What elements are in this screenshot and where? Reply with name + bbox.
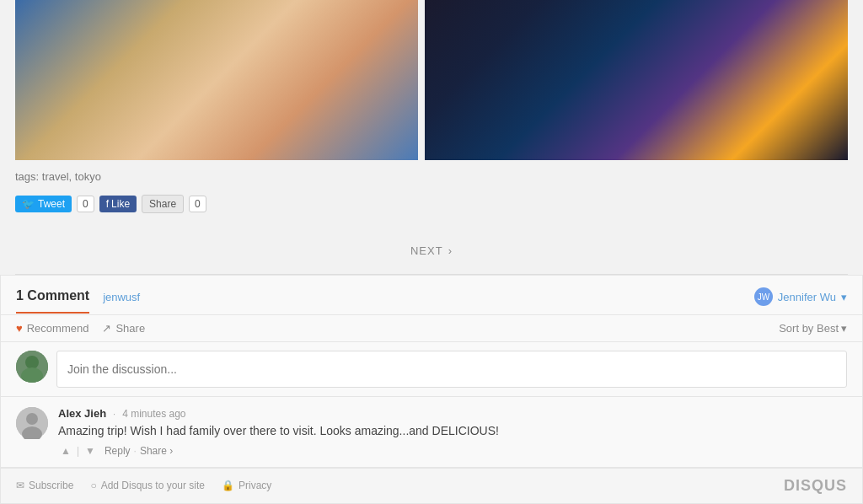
comments-section: 1 Comment jenwusf JW Jennifer Wu ▾ ♥ Rec… xyxy=(0,275,863,504)
subscribe-label: Subscribe xyxy=(29,480,73,491)
svg-point-1 xyxy=(25,356,39,369)
facebook-like-button[interactable]: f Like xyxy=(99,196,137,212)
next-link[interactable]: NEXT › xyxy=(410,244,453,257)
privacy-item[interactable]: 🔒 Privacy xyxy=(222,480,271,491)
add-disqus-item[interactable]: ○ Add Disqus to your site xyxy=(90,480,205,491)
tweet-count: 0 xyxy=(77,196,94,212)
social-buttons: 🐦 Tweet 0 f Like Share 0 xyxy=(0,190,863,227)
disqus-bubble-icon: ○ xyxy=(90,480,96,491)
share-count: 0 xyxy=(189,196,206,212)
recommend-label: Recommend xyxy=(27,322,89,335)
disqus-logo: DISQUS xyxy=(784,477,847,495)
tweet-bird-icon: 🐦 xyxy=(22,198,35,210)
share-arrow-icon: ↗ xyxy=(102,322,111,335)
chevron-right-icon: › xyxy=(448,244,453,257)
comments-count: 1 Comment xyxy=(16,288,89,314)
action-separator-3: · xyxy=(134,445,137,457)
user-avatar-small: JW xyxy=(754,287,773,306)
comment-author: Alex Jieh xyxy=(58,407,106,420)
comment-separator: · xyxy=(113,409,115,419)
sushi-image xyxy=(15,0,418,160)
comment-actions: ▲ | ▼ Reply · Share › xyxy=(58,445,847,457)
comment-text: Amazing trip! Wish I had family over the… xyxy=(58,423,847,440)
comment-text-input[interactable] xyxy=(67,362,836,376)
user-name: Jennifer Wu xyxy=(778,291,836,303)
comment-author-line: Alex Jieh · 4 minutes ago xyxy=(58,407,847,420)
like-label: Like xyxy=(111,198,130,210)
add-disqus-label: Add Disqus to your site xyxy=(101,480,205,491)
recommend-button[interactable]: ♥ Recommend xyxy=(16,322,88,335)
heart-icon: ♥ xyxy=(16,322,23,335)
street-lights-image xyxy=(425,0,848,160)
reply-button[interactable]: Reply xyxy=(105,445,131,457)
tags-label: tags: xyxy=(15,170,39,183)
tab-jenwusf[interactable]: jenwusf xyxy=(103,291,140,312)
next-navigation: NEXT › xyxy=(0,227,863,274)
share-toolbar-button[interactable]: ↗ Share xyxy=(102,322,145,335)
disqus-footer: ✉ Subscribe ○ Add Disqus to your site 🔒 … xyxy=(1,468,862,503)
action-separator-1: | xyxy=(77,445,79,457)
fb-icon: f xyxy=(106,198,109,210)
user-dropdown-icon: ▾ xyxy=(841,291,847,303)
user-info[interactable]: JW Jennifer Wu ▾ xyxy=(754,287,847,314)
vote-up-button[interactable]: ▲ xyxy=(58,445,73,457)
envelope-icon: ✉ xyxy=(16,480,24,491)
sort-button[interactable]: Sort by Best ▾ xyxy=(779,322,847,335)
vote-down-button[interactable]: ▼ xyxy=(83,445,98,457)
commenter-avatar xyxy=(16,351,48,383)
comment-input-placeholder[interactable] xyxy=(56,351,847,388)
tags-section: tags: travel, tokyo xyxy=(0,160,863,190)
lock-icon: 🔒 xyxy=(222,480,234,491)
avatar xyxy=(16,407,48,439)
next-label: NEXT xyxy=(410,244,443,257)
tags-values: travel, tokyo xyxy=(42,170,101,183)
sort-label: Sort by Best xyxy=(779,322,839,335)
comment-time: 4 minutes ago xyxy=(122,408,185,420)
share-toolbar-label: Share xyxy=(115,322,145,335)
comments-toolbar: ♥ Recommend ↗ Share Sort by Best ▾ xyxy=(1,315,862,342)
comment-share-button[interactable]: Share › xyxy=(140,445,173,457)
comment-input-area xyxy=(1,342,862,397)
page-container: tags: travel, tokyo 🐦 Tweet 0 f Like Sha… xyxy=(0,0,863,504)
subscribe-item[interactable]: ✉ Subscribe xyxy=(16,480,73,491)
svg-point-4 xyxy=(26,413,38,425)
comments-header: 1 Comment jenwusf JW Jennifer Wu ▾ xyxy=(1,276,862,315)
tweet-button[interactable]: 🐦 Tweet xyxy=(15,196,72,212)
share-button[interactable]: Share xyxy=(142,195,184,213)
share-label: Share xyxy=(149,198,176,210)
table-row: Alex Jieh · 4 minutes ago Amazing trip! … xyxy=(1,397,862,468)
comment-body: Alex Jieh · 4 minutes ago Amazing trip! … xyxy=(58,407,847,457)
tweet-label: Tweet xyxy=(38,198,65,210)
sort-chevron-icon: ▾ xyxy=(841,322,847,335)
images-section xyxy=(0,0,863,160)
privacy-label: Privacy xyxy=(239,480,271,491)
